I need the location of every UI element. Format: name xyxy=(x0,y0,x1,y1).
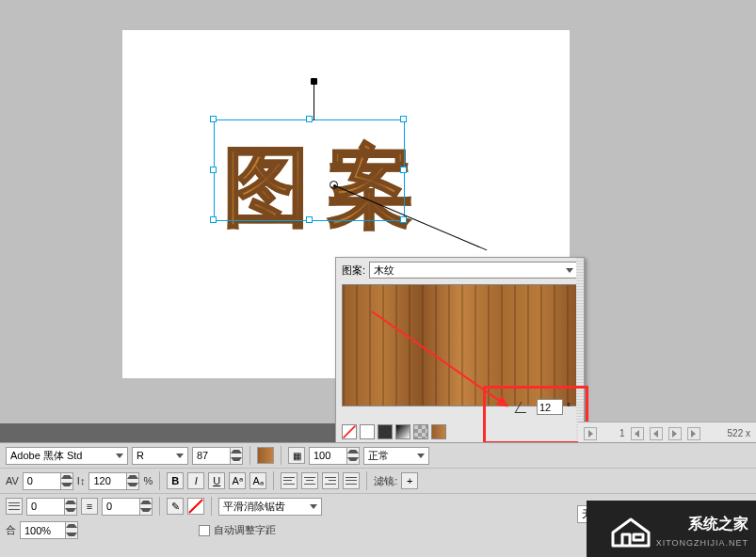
align-center-button[interactable] xyxy=(301,472,318,489)
pager-first-button[interactable] xyxy=(631,427,644,440)
pager-next-button[interactable] xyxy=(668,427,682,440)
stroke-none-swatch[interactable] xyxy=(187,498,204,515)
opacity-icon: ▦ xyxy=(288,447,305,464)
timeline-pager: 1 522 x xyxy=(578,422,756,444)
antialias-value: 平滑消除锯齿 xyxy=(223,500,285,514)
text-fill-swatch[interactable] xyxy=(257,447,274,464)
font-family-dropdown[interactable]: Adobe 黑体 Std xyxy=(6,447,128,465)
vscale-stepper[interactable]: 120 xyxy=(88,472,139,490)
autokern-label: 自动调整字距 xyxy=(214,523,276,537)
fill-none-button[interactable] xyxy=(342,424,357,439)
chevron-down-icon xyxy=(417,454,425,458)
resize-handle-top-mid[interactable] xyxy=(306,116,313,122)
divider xyxy=(273,471,274,490)
blend-mode-value: 正常 xyxy=(368,449,389,463)
fill-type-swatches xyxy=(342,424,446,439)
resize-handle-mid-left[interactable] xyxy=(210,167,217,173)
scale-label: I↕ xyxy=(77,475,86,486)
site-logo-icon xyxy=(609,512,652,549)
toolbar-row-1: Adobe 黑体 Std R 87 ▦ 100 正常 xyxy=(0,443,756,468)
opacity-value: 100 xyxy=(314,450,330,461)
indent-icon xyxy=(6,498,23,515)
leading-icon: ≡ xyxy=(81,498,98,515)
rotation-handle[interactable] xyxy=(311,78,317,85)
opacity-stepper[interactable]: 100 xyxy=(309,447,360,465)
underline-button[interactable]: U xyxy=(208,472,225,489)
font-style-dropdown[interactable]: R xyxy=(132,447,188,465)
overall-value: 100% xyxy=(24,525,51,536)
fill-gradient-button[interactable] xyxy=(395,424,410,439)
chevron-down-icon xyxy=(310,504,317,509)
overall-label: 合 xyxy=(6,523,16,537)
align-left-button[interactable] xyxy=(281,472,298,489)
overall-stepper[interactable]: 100% xyxy=(20,521,78,539)
pager-last-button[interactable] xyxy=(687,427,700,440)
autokern-checkbox[interactable] xyxy=(199,525,210,536)
bold-button[interactable]: B xyxy=(167,472,184,489)
leading-stepper[interactable]: 0 xyxy=(102,498,153,516)
rotation-stem xyxy=(314,83,314,120)
pager-prev-button[interactable] xyxy=(650,427,663,440)
blend-mode-dropdown[interactable]: 正常 xyxy=(363,447,429,465)
selection-bounding-box[interactable] xyxy=(214,119,405,221)
indent-stepper[interactable]: 0 xyxy=(26,498,77,516)
percent-label: % xyxy=(143,475,153,486)
pager-page-number: 1 xyxy=(619,428,625,438)
pattern-dropdown-value: 木纹 xyxy=(374,263,394,278)
divider xyxy=(281,446,281,465)
resize-handle-bottom-left[interactable] xyxy=(210,216,217,223)
antialias-dropdown[interactable]: 平滑消除锯齿 xyxy=(218,498,322,516)
brand-name: 系统之家 xyxy=(688,515,748,534)
divider xyxy=(211,497,212,516)
pattern-label: 图案: xyxy=(342,263,365,278)
fill-bitmap-button[interactable] xyxy=(413,424,428,439)
font-size-stepper[interactable]: 87 xyxy=(192,447,243,465)
pencil-fill-icon[interactable]: ✎ xyxy=(167,498,184,515)
align-justify-button[interactable] xyxy=(343,472,360,489)
divider xyxy=(249,446,250,465)
indent-value: 0 xyxy=(31,501,37,512)
resize-handle-bottom-mid[interactable] xyxy=(306,216,313,223)
font-family-value: Adobe 黑体 Std xyxy=(10,449,82,463)
pager-play-button[interactable] xyxy=(584,427,597,440)
divider xyxy=(159,497,160,516)
tracking-stepper[interactable]: 0 xyxy=(23,472,73,490)
fill-current-swatch[interactable] xyxy=(431,424,446,439)
divider xyxy=(159,471,160,490)
toolbar-row-2: AV 0 I↕ 120 % B I U Aᵃ Aₐ 滤镜: + xyxy=(0,468,756,493)
align-right-button[interactable] xyxy=(322,472,339,489)
resize-handle-mid-right[interactable] xyxy=(400,167,407,173)
fill-solid-white-button[interactable] xyxy=(360,424,375,439)
annotation-highlight-box xyxy=(483,386,588,444)
chevron-down-icon xyxy=(176,454,184,458)
filters-label: 滤镜: xyxy=(374,474,397,488)
fill-solid-black-button[interactable] xyxy=(378,424,393,439)
zoom-readout: 522 x xyxy=(728,428,750,438)
subscript-button[interactable]: Aₐ xyxy=(249,472,266,489)
brand-url: XITONGZHIJIA.NET xyxy=(656,538,748,548)
leading-value: 0 xyxy=(106,501,112,512)
chevron-down-icon xyxy=(566,268,573,273)
pattern-dropdown[interactable]: 木纹 xyxy=(369,262,578,278)
tracking-label: AV xyxy=(6,475,19,486)
resize-handle-bottom-right[interactable] xyxy=(400,216,407,223)
chevron-down-icon xyxy=(116,454,123,458)
divider xyxy=(366,471,367,490)
superscript-button[interactable]: Aᵃ xyxy=(229,472,246,489)
resize-handle-top-right[interactable] xyxy=(400,116,407,122)
resize-handle-top-left[interactable] xyxy=(210,116,217,122)
properties-toolbar: Adobe 黑体 Std R 87 ▦ 100 正常 AV 0 I↕ xyxy=(0,442,756,557)
tracking-value: 0 xyxy=(27,475,33,486)
vscale-value: 120 xyxy=(93,475,110,486)
font-style-value: R xyxy=(137,450,144,461)
italic-button[interactable]: I xyxy=(187,472,204,489)
font-size-value: 87 xyxy=(197,450,208,461)
add-filter-button[interactable]: + xyxy=(401,472,418,489)
pivot-point-icon[interactable] xyxy=(330,181,338,189)
